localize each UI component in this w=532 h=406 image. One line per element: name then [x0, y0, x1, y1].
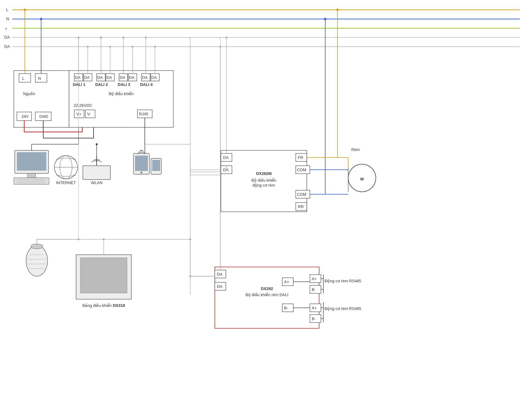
dongco2-label: Động cơ rèm RS485 [325, 306, 361, 311]
dx282m-sublabel1: Bộ điều khiển [251, 178, 276, 183]
N-label: N [6, 17, 9, 21]
speaker-body [26, 246, 48, 276]
dali1-DA1-text: DA [75, 75, 80, 80]
ext-Aplus1-text: A+ [312, 276, 317, 281]
dali3-DA2-text: DA [129, 75, 134, 80]
dali4-label: DALI 4 [140, 82, 153, 87]
dot-DA2-dali2 [109, 46, 111, 48]
Vminus-text: V- [87, 112, 91, 116]
dot-DA1-dali3 [122, 37, 124, 38]
dali3-label: DALI 3 [118, 82, 130, 87]
nguon-GND-text: GND [39, 114, 48, 119]
ext-Bminus1-text: B- [312, 287, 316, 292]
dot-DA1-dali2 [100, 37, 102, 38]
dx282m-sublabel2: động cơ rèm [253, 183, 275, 188]
dot-DA1-dx282m [226, 37, 227, 38]
rem-label: Rèm [351, 147, 360, 152]
dali2-label: DALI 2 [95, 82, 108, 87]
ext-Bminus2-text: B- [312, 316, 316, 321]
dx282m-FR-text: FR [298, 155, 303, 160]
nguon-N-terminal [35, 74, 47, 82]
dx282m-COM2-text: COM [297, 192, 306, 197]
dx282m-model-label: DX282M [256, 171, 272, 176]
dot-DA1-dali4 [145, 37, 147, 38]
dx282m-RR-text: RR [298, 204, 304, 209]
dx282m-DA1-text: DA [223, 155, 229, 160]
dali1-DA2-text: DA [84, 75, 90, 80]
dot-L-motor [336, 9, 339, 11]
dx292-DA2-text: DA [217, 284, 222, 289]
computer-screen [17, 152, 46, 171]
phone-screen [152, 160, 160, 171]
dot-N-nguon [40, 18, 42, 20]
panel-display [80, 258, 127, 293]
dongco1-label: Động cơ rèm RS485 [325, 279, 361, 283]
dx292-Bminus-text: B- [284, 306, 288, 310]
L-label: L [6, 7, 8, 12]
dali4-DA1-text: DA [142, 75, 148, 80]
panel-label: Bảng điều khiển DX318 [83, 303, 125, 308]
dx282m-COM1-text: COM [297, 168, 306, 172]
bdk-label: Bộ điều khiển [109, 91, 133, 96]
nguon-label: Nguồn [23, 91, 35, 96]
nguon-L-terminal [19, 74, 31, 82]
dali2-DA1-text: DA [97, 75, 103, 80]
dx292-Aplus-text: A+ [284, 280, 289, 284]
dot-N-dx282m [324, 18, 326, 20]
GND-label: ⏚ [5, 26, 7, 30]
RJ45-text: RJ45 [139, 112, 148, 116]
nguon-N-text: N [38, 76, 41, 81]
dot-DA2-dali4 [154, 46, 156, 48]
dali3-DA1-text: DA [120, 75, 125, 80]
dot-DA2-dali3 [132, 46, 133, 48]
DA1-label: DA [4, 35, 10, 40]
voltage-label: 22-26VDC [74, 103, 92, 108]
dot-DA2-dali1 [87, 46, 89, 48]
dot-wlan-bdk [96, 143, 98, 145]
tablet-screen [135, 156, 148, 171]
dx292-DA1-text: DA [217, 272, 222, 276]
tablet-wifi-dot [141, 150, 142, 151]
Vplus-text: V+ [76, 112, 81, 116]
ext-Aplus2-text: A+ [312, 306, 317, 310]
dot-L-nguon [24, 9, 26, 11]
dx282m-DA2-text: DA [223, 168, 229, 172]
computer-stand [28, 173, 36, 178]
DA2-label: DA [4, 44, 10, 49]
tablet-button [141, 172, 142, 173]
motor-label: M [360, 177, 364, 181]
nguon-24V-text: 24V [21, 114, 29, 119]
dali2-DA2-text: DA [106, 75, 112, 80]
dx292-sublabel: Bộ điều khiển rèm DALI [245, 292, 288, 297]
wlan-label: WLAN [91, 180, 102, 185]
wlan-router-box [83, 166, 110, 180]
diagram-container: L N ⏚ DA DA L N Nguồn 24V GND DA DA DALI… [0, 0, 532, 406]
nguon-L-text: L [22, 76, 24, 81]
dx292-model-label: DX292 [261, 286, 273, 291]
internet-label: INTERNET [56, 180, 76, 185]
dali1-label: DALI 1 [73, 82, 85, 87]
dx292-box [215, 267, 319, 328]
dali4-DA2-text: DA [151, 75, 157, 80]
